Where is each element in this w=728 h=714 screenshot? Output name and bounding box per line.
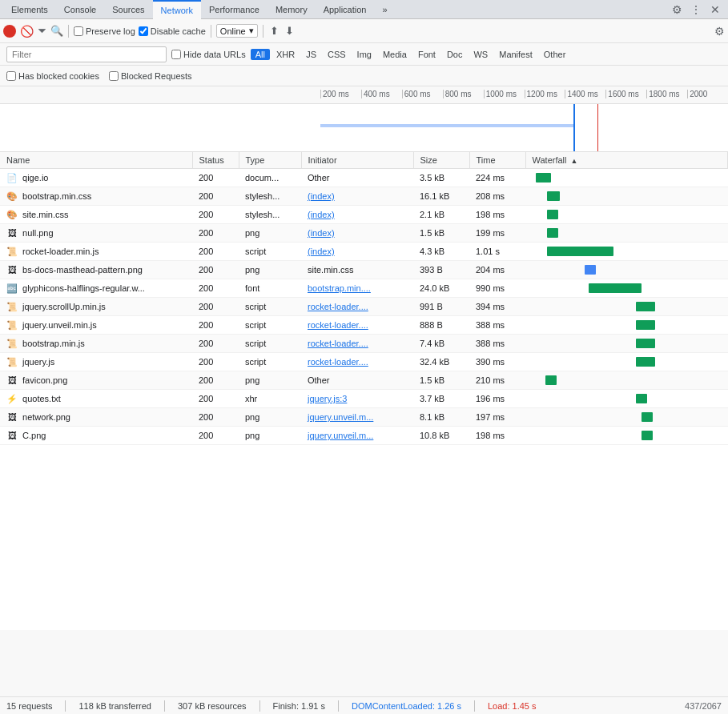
file-name[interactable]: quotes.txt: [22, 394, 61, 403]
file-name[interactable]: jquery.scrollUp.min.js: [22, 302, 106, 311]
cell-size: 24.0 kB: [413, 279, 469, 298]
initiator-link[interactable]: rocket-loader....: [308, 357, 368, 367]
col-header-status[interactable]: Status: [192, 152, 239, 169]
hide-data-urls-checkbox[interactable]: [171, 50, 181, 59]
file-name[interactable]: network.png: [22, 412, 70, 422]
export-har-button[interactable]: ⬇: [284, 23, 296, 38]
has-blocked-cookies-label[interactable]: Has blocked cookies: [6, 71, 99, 81]
col-header-waterfall[interactable]: Waterfall ▲: [525, 152, 728, 169]
waterfall-bar-container: [532, 208, 722, 221]
tab-memory[interactable]: Memory: [267, 0, 316, 19]
waterfall-bar-container: [532, 319, 722, 331]
file-name[interactable]: qige.io: [22, 173, 48, 183]
blocked-requests-label[interactable]: Blocked Requests: [109, 71, 192, 81]
table-row[interactable]: 🖼 bs-docs-masthead-pattern.png 200 png s…: [0, 261, 728, 279]
type-btn-doc[interactable]: Doc: [442, 49, 468, 60]
type-btn-js[interactable]: JS: [301, 49, 321, 60]
file-name[interactable]: rocket-loader.min.js: [22, 247, 99, 256]
file-type-icon: 🖼: [6, 265, 18, 275]
col-header-time[interactable]: Time: [469, 152, 525, 169]
type-btn-font[interactable]: Font: [413, 49, 440, 60]
initiator-link[interactable]: bootstrap.min....: [308, 283, 371, 293]
network-settings-button[interactable]: ⚙: [714, 25, 725, 38]
table-row[interactable]: 🖼 C.png 200 png jquery.unveil.m... 10.8 …: [0, 427, 728, 445]
disable-cache-label[interactable]: Disable cache: [139, 26, 206, 36]
tab-console[interactable]: Console: [56, 0, 104, 19]
hide-data-urls-label[interactable]: Hide data URLs: [171, 50, 246, 59]
table-row[interactable]: 🎨 site.min.css 200 stylesh... (index) 2.…: [0, 206, 728, 224]
file-name[interactable]: bootstrap.min.css: [22, 191, 91, 201]
initiator-link[interactable]: (index): [308, 228, 335, 238]
blocked-requests-checkbox[interactable]: [109, 71, 119, 81]
tab-elements[interactable]: Elements: [3, 0, 56, 19]
initiator-link[interactable]: (index): [308, 191, 335, 201]
initiator-link[interactable]: (index): [308, 247, 335, 256]
has-blocked-cookies-checkbox[interactable]: [6, 71, 16, 81]
disable-cache-checkbox[interactable]: [139, 26, 148, 36]
file-name[interactable]: jquery.unveil.min.js: [22, 320, 97, 330]
cell-waterfall: [525, 408, 728, 427]
file-name[interactable]: C.png: [22, 431, 46, 440]
file-name[interactable]: glyphicons-halflings-regular.w...: [22, 283, 145, 293]
table-row[interactable]: 🎨 bootstrap.min.css 200 stylesh... (inde…: [0, 187, 728, 206]
more-options-icon[interactable]: ⋮: [686, 0, 706, 19]
tab-network[interactable]: Network: [153, 0, 201, 19]
tab-more[interactable]: »: [374, 0, 395, 19]
table-row[interactable]: 📜 jquery.js 200 script rocket-loader....…: [0, 353, 728, 371]
table-row[interactable]: 🖼 network.png 200 png jquery.unveil.m...…: [0, 408, 728, 427]
initiator-link[interactable]: jquery.unveil.m...: [308, 431, 373, 440]
type-btn-ws[interactable]: WS: [469, 49, 493, 60]
type-btn-other[interactable]: Other: [539, 49, 571, 60]
table-row[interactable]: 📜 bootstrap.min.js 200 script rocket-loa…: [0, 335, 728, 353]
settings-icon[interactable]: ⚙: [667, 0, 686, 19]
file-type-icon: 📜: [6, 320, 18, 331]
close-devtools-icon[interactable]: ✕: [706, 0, 725, 19]
table-row[interactable]: ⚡ quotes.txt 200 xhr jquery.js:3 3.7 kB …: [0, 390, 728, 408]
preserve-log-checkbox[interactable]: [74, 26, 83, 36]
file-name[interactable]: bs-docs-masthead-pattern.png: [22, 265, 143, 275]
initiator-link[interactable]: (index): [308, 210, 335, 219]
initiator-link[interactable]: rocket-loader....: [308, 320, 368, 330]
type-btn-img[interactable]: Img: [352, 49, 376, 60]
throttle-selector[interactable]: Online ▾: [216, 24, 258, 38]
table-row[interactable]: 📄 qige.io 200 docum... Other 3.5 kB 224 …: [0, 169, 728, 187]
filter-button[interactable]: ⏷: [37, 25, 47, 37]
table-row[interactable]: 📜 jquery.scrollUp.min.js 200 script rock…: [0, 298, 728, 316]
type-btn-all[interactable]: All: [251, 49, 270, 60]
cell-status: 200: [192, 261, 239, 279]
cell-initiator: jquery.unveil.m...: [301, 427, 413, 445]
tab-sources[interactable]: Sources: [104, 0, 152, 19]
search-button[interactable]: 🔍: [50, 25, 63, 37]
import-har-button[interactable]: ⬆: [268, 23, 280, 38]
record-button[interactable]: [3, 25, 16, 38]
initiator-link[interactable]: jquery.js:3: [308, 394, 347, 403]
table-row[interactable]: 🔤 glyphicons-halflings-regular.w... 200 …: [0, 279, 728, 298]
file-name[interactable]: site.min.css: [22, 210, 68, 219]
initiator-link[interactable]: rocket-loader....: [308, 339, 368, 348]
col-header-type[interactable]: Type: [239, 152, 301, 169]
initiator-link[interactable]: rocket-loader....: [308, 302, 368, 311]
col-header-initiator[interactable]: Initiator: [301, 152, 413, 169]
cell-name: 🖼 C.png: [0, 427, 192, 445]
tab-application[interactable]: Application: [316, 0, 375, 19]
type-btn-xhr[interactable]: XHR: [271, 49, 300, 60]
tab-performance[interactable]: Performance: [201, 0, 267, 19]
initiator-link[interactable]: jquery.unveil.m...: [308, 412, 373, 422]
type-btn-media[interactable]: Media: [378, 49, 412, 60]
file-name[interactable]: bootstrap.min.js: [22, 339, 85, 348]
table-row[interactable]: 🖼 null.png 200 png (index) 1.5 kB 199 ms: [0, 224, 728, 243]
file-name[interactable]: jquery.js: [22, 357, 54, 367]
col-header-size[interactable]: Size: [413, 152, 469, 169]
filter-input[interactable]: [6, 46, 167, 62]
cell-status: 200: [192, 206, 239, 224]
type-btn-manifest[interactable]: Manifest: [494, 49, 537, 60]
col-header-name[interactable]: Name: [0, 152, 192, 169]
preserve-log-label[interactable]: Preserve log: [74, 26, 135, 36]
table-row[interactable]: 🖼 favicon.png 200 png Other 1.5 kB 210 m…: [0, 371, 728, 390]
file-name[interactable]: null.png: [22, 228, 54, 238]
clear-button[interactable]: 🚫: [19, 24, 34, 38]
file-name[interactable]: favicon.png: [22, 375, 67, 385]
table-row[interactable]: 📜 rocket-loader.min.js 200 script (index…: [0, 243, 728, 261]
table-row[interactable]: 📜 jquery.unveil.min.js 200 script rocket…: [0, 316, 728, 335]
type-btn-css[interactable]: CSS: [323, 49, 351, 60]
